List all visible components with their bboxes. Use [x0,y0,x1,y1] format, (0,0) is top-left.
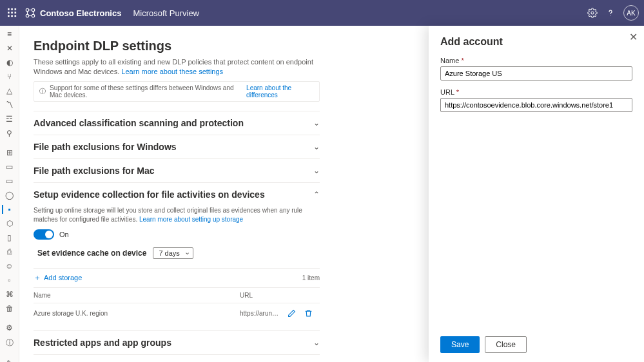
org-name: Contoso Electronics [40,8,121,18]
svg-point-13 [591,12,594,14]
left-nav-rail: ≡ ✕ ◐ ⑂ △ 〽 ☲ ⚲ ⊞ ▭ ▭ ◯ ▪ ⬡ ▯ ⎙ ☺ ▫ ⌘ 🗑 … [0,26,19,362]
section-title: Restricted apps and app groups [34,338,171,348]
svg-rect-4 [11,12,13,14]
info-text: Support for some of these settings diffe… [50,84,242,99]
delete-row-button[interactable] [302,307,315,320]
item-count: 1 item [302,274,320,281]
info-bar: ⓘ Support for some of these settings dif… [34,81,320,102]
svg-rect-2 [15,8,17,10]
chevron-down-icon: ⌄ [313,166,320,175]
rail-loop-icon[interactable]: ◯ [3,191,16,200]
rail-active-icon[interactable]: ▪ [2,205,15,214]
rail-info-icon[interactable]: ⓘ [3,338,16,348]
svg-rect-1 [11,8,13,10]
chevron-down-icon: ⌄ [313,338,320,347]
section-bluetooth-apps[interactable]: Unallowed Bluetooth apps ⌄ [34,354,320,362]
help-icon[interactable] [601,4,620,22]
learn-more-link[interactable]: Learn more about these settings [121,68,223,75]
avatar-initials: AK [627,10,635,17]
svg-rect-0 [8,8,10,10]
rail-pin-icon[interactable]: ✕ [3,44,16,53]
svg-rect-8 [15,15,17,17]
col-header-url: URL [240,292,285,299]
rail-person-icon[interactable]: ☺ [3,262,16,271]
cache-value: 7 days [159,249,179,257]
cache-label: Set evidence cache on device [37,249,146,258]
name-label: Name * [440,57,632,64]
chevron-down-icon: ⌄ [313,142,320,151]
rail-list-icon[interactable]: ☲ [3,115,16,124]
url-label: URL * [440,88,632,96]
url-label-text: URL [440,88,454,96]
svg-point-9 [26,8,29,12]
app-launcher-icon[interactable] [5,6,19,20]
toggle-label: On [59,231,69,238]
rail-edit-icon[interactable]: ✎ [3,359,16,362]
section-title: File path exclusions for Windows [34,142,177,152]
brand-logo-icon [24,7,36,19]
chevron-down-icon: ⌄ [313,119,320,128]
add-account-panel: ✕ Add account Name * URL * Save Close [429,26,644,362]
row-name: Azure storage U.K. region [34,310,240,317]
plus-icon: ＋ [34,272,41,283]
section-title: Advanced classification scanning and pro… [34,118,244,128]
add-storage-button[interactable]: ＋ Add storage [34,272,82,283]
rail-trash-icon[interactable]: 🗑 [3,304,16,313]
section-advanced-classification[interactable]: Advanced classification scanning and pro… [34,111,320,135]
rail-folder-icon[interactable]: ▭ [3,176,16,186]
section-file-path-mac[interactable]: File path exclusions for Mac ⌄ [34,158,320,182]
add-storage-label: Add storage [44,274,82,281]
rail-grid-icon[interactable]: ⊞ [3,148,16,157]
settings-icon[interactable] [583,4,601,22]
rail-home-icon[interactable]: ◐ [3,58,16,67]
section-evidence-collection[interactable]: Setup evidence collection for file activ… [34,182,320,206]
name-label-text: Name [440,57,459,64]
svg-rect-6 [8,15,10,17]
edit-row-button[interactable] [285,307,298,320]
rail-page-icon[interactable]: ▫ [3,276,16,285]
rail-chart-icon[interactable]: 〽 [3,100,16,110]
name-input[interactable] [440,66,632,81]
section-title: File path exclusions for Mac [34,166,155,176]
cache-dropdown[interactable]: 7 days [153,247,193,259]
save-button[interactable]: Save [440,336,480,353]
close-button[interactable]: Close [485,336,527,353]
chevron-up-icon: ⌃ [313,190,320,199]
rail-flag-icon[interactable]: ▯ [3,233,16,242]
evidence-toggle[interactable] [34,229,54,240]
svg-point-11 [26,14,29,17]
info-icon: ⓘ [39,87,46,96]
info-link[interactable]: Learn about the differences [246,84,314,99]
rail-menu-icon[interactable]: ≡ [3,30,16,39]
svg-point-10 [32,8,35,12]
rail-gear-icon[interactable]: ⚙ [3,323,16,332]
rail-warning-icon[interactable]: △ [3,86,16,95]
rail-code-icon[interactable]: ⌘ [3,290,16,299]
app-name: Microsoft Purview [133,8,199,18]
svg-point-12 [32,14,35,17]
rail-device-icon[interactable]: ⎙ [3,247,16,256]
section-file-path-windows[interactable]: File path exclusions for Windows ⌄ [34,135,320,158]
url-input[interactable] [440,98,632,112]
storage-table-row: Azure storage U.K. region https://arunev… [34,303,320,324]
section-description: Setting up online storage will let you s… [34,206,320,224]
rail-branch-icon[interactable]: ⑂ [3,72,16,81]
section-desc-link[interactable]: Learn more about setting up storage [139,216,243,223]
svg-rect-7 [11,15,13,17]
avatar[interactable]: AK [623,5,639,21]
section-title: Setup evidence collection for file activ… [34,189,265,200]
page-description: These settings apply to all existing and… [34,57,317,77]
svg-rect-5 [15,12,17,14]
col-header-name: Name [34,292,240,299]
rail-search-icon[interactable]: ⚲ [3,129,16,138]
panel-title: Add account [440,36,632,48]
top-bar: Contoso Electronics Microsoft Purview AK [0,0,644,26]
row-url: https://aruneviden... [240,310,285,317]
svg-point-15 [610,15,610,15]
svg-rect-3 [8,12,10,14]
rail-doc-icon[interactable]: ▭ [3,162,16,171]
section-restricted-apps[interactable]: Restricted apps and app groups ⌄ [34,330,320,354]
panel-close-icon[interactable]: ✕ [629,31,638,43]
rail-shield-icon[interactable]: ⬡ [3,219,16,228]
